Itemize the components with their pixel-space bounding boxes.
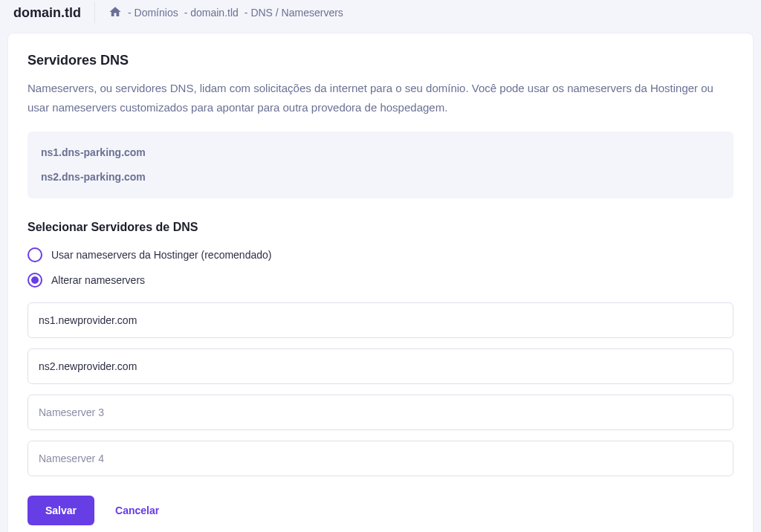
radio-icon: [27, 247, 42, 262]
dns-card: Servidores DNS Nameservers, ou servidore…: [7, 33, 754, 532]
breadcrumb: - Domínios - domain.tld - DNS / Nameserv…: [109, 5, 343, 21]
cancel-button[interactable]: Cancelar: [115, 505, 159, 516]
header-divider: [94, 2, 95, 23]
nameserver-2-input[interactable]: [27, 348, 734, 384]
radio-label-change: Alterar nameservers: [51, 274, 145, 286]
radio-label-hostinger: Usar nameservers da Hostinger (recomenda…: [51, 249, 271, 261]
radio-use-hostinger[interactable]: Usar nameservers da Hostinger (recomenda…: [27, 247, 734, 262]
page-header: domain.tld - Domínios - domain.tld - DNS…: [0, 0, 761, 25]
domain-title: domain.tld: [13, 5, 94, 21]
breadcrumb-item-dominios[interactable]: - Domínios: [128, 7, 178, 19]
home-icon[interactable]: [109, 5, 122, 21]
card-title: Servidores DNS: [27, 53, 734, 68]
card-description: Nameservers, ou servidores DNS, lidam co…: [27, 79, 734, 117]
breadcrumb-item-dns: - DNS / Nameservers: [245, 7, 343, 19]
radio-icon-selected: [27, 273, 42, 288]
current-nameservers-box: ns1.dns-parking.com ns2.dns-parking.com: [27, 132, 734, 198]
radio-change-nameservers[interactable]: Alterar nameservers: [27, 273, 734, 288]
current-ns2: ns2.dns-parking.com: [41, 169, 720, 185]
section-title: Selecionar Servidores de DNS: [27, 221, 734, 234]
nameserver-1-input[interactable]: [27, 302, 734, 338]
radio-dot-icon: [31, 276, 39, 284]
button-row: Salvar Cancelar: [27, 496, 734, 525]
nameserver-3-input[interactable]: [27, 395, 734, 430]
nameserver-4-input[interactable]: [27, 441, 734, 476]
breadcrumb-item-domain[interactable]: - domain.tld: [184, 7, 239, 19]
radio-group: Usar nameservers da Hostinger (recomenda…: [27, 247, 734, 288]
save-button[interactable]: Salvar: [27, 496, 94, 525]
current-ns1: ns1.dns-parking.com: [41, 145, 720, 160]
